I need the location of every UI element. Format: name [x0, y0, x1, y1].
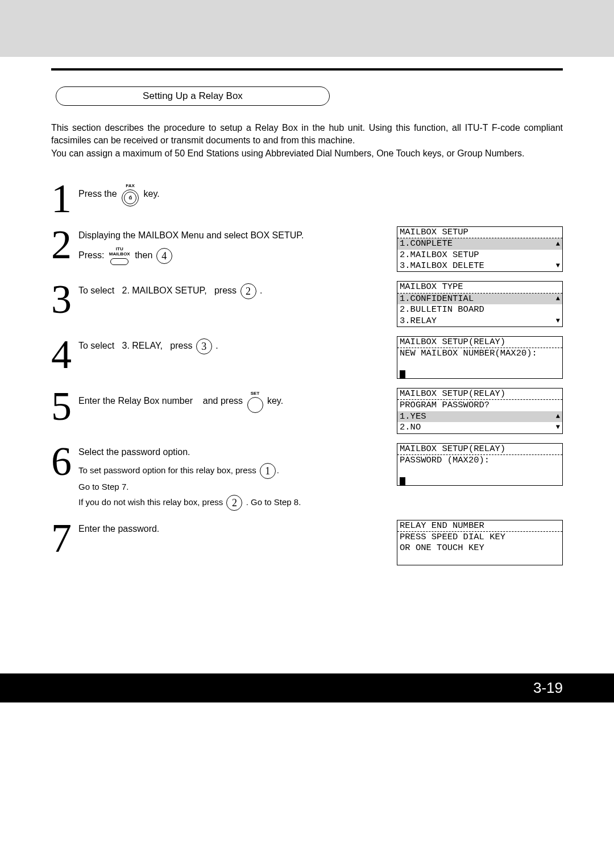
- text: . Go to Step 8.: [246, 497, 301, 507]
- lcd-line: 3.MAILBOX DELETE: [400, 261, 484, 271]
- section-title: Setting Up a Relay Box: [56, 86, 330, 106]
- numeric-key-2: 2: [226, 495, 242, 511]
- text: .: [215, 341, 218, 350]
- lcd-line: NEW MAILBOX NUMBER(MAX20):: [400, 348, 537, 359]
- step-number: 2: [51, 226, 78, 265]
- step-number: 5: [51, 388, 78, 425]
- mailbox-label: MAILBOX: [109, 252, 130, 257]
- lcd-line: 3.RELAY: [400, 316, 437, 326]
- text: 2. MAILBOX SETUP,: [122, 286, 206, 296]
- text: .: [260, 286, 262, 296]
- text: Press the: [78, 189, 117, 199]
- text: Enter the password.: [78, 522, 379, 536]
- page-content: Setting Up a Relay Box This section desc…: [0, 57, 614, 673]
- lcd-line: 2.MAILBOX SETUP: [400, 250, 479, 261]
- lcd-line: 1.YES: [400, 411, 426, 422]
- cursor-icon: [400, 370, 405, 378]
- step-row: 4 To select 3. RELAY, press 3 . MAILBOX …: [51, 336, 563, 379]
- numeric-key-4: 4: [156, 248, 172, 264]
- text: then: [135, 250, 152, 260]
- step-row: 5 Enter the Relay Box number and press S…: [51, 388, 563, 434]
- lcd-line: PASSWORD (MAX20):: [400, 455, 489, 466]
- cursor-icon: [400, 477, 405, 485]
- text: .: [277, 465, 279, 475]
- step-number: 6: [51, 443, 78, 511]
- step-row: 2 Displaying the MAILBOX Menu and select…: [51, 226, 563, 272]
- step-row: 6 Select the password option. To set pas…: [51, 443, 563, 511]
- step-row: 1 Press the FAX ⎙ key.: [51, 180, 563, 217]
- intro-paragraph: This section describes the procedure to …: [51, 122, 563, 160]
- text: To set password option for this relay bo…: [78, 465, 256, 475]
- step-row: 7 Enter the password. RELAY END NUMBER P…: [51, 520, 563, 566]
- step-number: 7: [51, 520, 78, 557]
- step-number: 1: [51, 180, 78, 217]
- lcd-display: MAILBOX TYPE 1.CONFIDENTIAL▲ 2.BULLETIN …: [397, 281, 563, 327]
- lcd-display: MAILBOX SETUP 1.CONPLETE▲ 2.MAILBOX SETU…: [397, 226, 563, 272]
- lcd-header: MAILBOX SETUP(RELAY): [400, 444, 505, 454]
- down-arrow-icon: ▼: [556, 317, 560, 325]
- lcd-display: MAILBOX SETUP(RELAY) PROGRAM PASSWORD? 1…: [397, 388, 563, 434]
- text: If you do not wish this relay box, press: [78, 497, 223, 507]
- fax-key-icon: FAX ⎙: [122, 183, 139, 206]
- lcd-display: RELAY END NUMBER PRESS SPEED DIAL KEY OR…: [397, 520, 563, 566]
- step-number: 3: [51, 281, 78, 318]
- text: To select: [78, 286, 114, 296]
- set-label: SET: [251, 390, 260, 397]
- text: Displaying the MAILBOX Menu and select B…: [78, 229, 379, 242]
- fax-label: FAX: [126, 183, 135, 189]
- text: Go to Step 7.: [78, 482, 128, 491]
- mailbox-key-icon: ITU MAILBOX: [109, 247, 130, 265]
- text: press: [170, 341, 192, 350]
- lcd-header: MAILBOX TYPE: [400, 282, 463, 292]
- up-arrow-icon: ▲: [556, 240, 560, 249]
- text: To select: [78, 341, 114, 350]
- lcd-header: MAILBOX SETUP(RELAY): [400, 388, 505, 399]
- lcd-header: MAILBOX SETUP(RELAY): [400, 337, 505, 348]
- text: and press: [203, 396, 243, 406]
- numeric-key-1: 1: [260, 463, 276, 479]
- text: Enter the Relay Box number: [78, 396, 193, 406]
- lcd-header: RELAY END NUMBER: [400, 520, 484, 531]
- page-number: 3-19: [533, 679, 563, 696]
- header-gray-band: [0, 0, 614, 57]
- page-footer: 3-19: [0, 673, 614, 702]
- text: key.: [267, 396, 283, 406]
- text: press: [214, 286, 237, 296]
- set-key-icon: SET: [247, 390, 263, 413]
- lcd-line: 2.BULLETIN BOARD: [400, 304, 484, 315]
- lcd-line: 1.CONFIDENTIAL: [400, 294, 474, 304]
- up-arrow-icon: ▲: [556, 295, 560, 303]
- lcd-display: MAILBOX SETUP(RELAY) PASSWORD (MAX20):: [397, 443, 563, 486]
- text: key.: [144, 189, 160, 199]
- lcd-line: 1.CONPLETE: [400, 238, 453, 249]
- up-arrow-icon: ▲: [556, 412, 560, 421]
- lcd-line: PROGRAM PASSWORD?: [400, 400, 489, 411]
- text: Press:: [78, 250, 104, 260]
- lcd-header: MAILBOX SETUP: [400, 227, 468, 238]
- lcd-display: MAILBOX SETUP(RELAY) NEW MAILBOX NUMBER(…: [397, 336, 563, 379]
- lcd-line: 2.NO: [400, 422, 421, 433]
- text: Select the password option.: [78, 445, 379, 459]
- lcd-line: OR ONE TOUCH KEY: [400, 543, 484, 553]
- top-rule: [51, 68, 563, 71]
- step-row: 3 To select 2. MAILBOX SETUP, press 2 . …: [51, 281, 563, 327]
- step-number: 4: [51, 336, 78, 373]
- numeric-key-3: 3: [196, 338, 212, 354]
- lcd-line: PRESS SPEED DIAL KEY: [400, 532, 505, 543]
- down-arrow-icon: ▼: [556, 423, 560, 432]
- down-arrow-icon: ▼: [556, 262, 560, 270]
- numeric-key-2: 2: [240, 283, 256, 299]
- text: 3. RELAY,: [122, 341, 162, 350]
